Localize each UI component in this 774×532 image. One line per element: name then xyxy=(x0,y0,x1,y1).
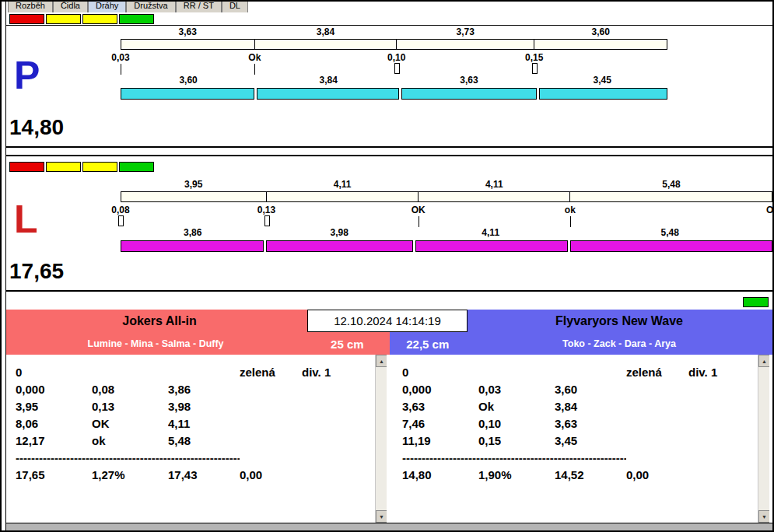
scroll-down-button[interactable]: ▼ xyxy=(376,510,387,523)
split-time-top: 3,84 xyxy=(254,27,396,37)
results-cell: 3,45 xyxy=(555,432,626,450)
results-cell: 0,00 xyxy=(240,467,302,484)
exchange-tick-icon xyxy=(254,64,255,75)
results-row: 8,06OK4,11 xyxy=(16,415,371,432)
results-cell: 17,65 xyxy=(16,467,92,484)
scroll-up-button[interactable]: ▲ xyxy=(758,355,769,367)
track-total: 14,80 xyxy=(9,115,64,140)
split-bar-segment xyxy=(534,40,667,49)
results-cell: 0,13 xyxy=(92,398,168,415)
tab-dr-hy[interactable]: Dráhy xyxy=(88,2,126,12)
split-bar-segment xyxy=(121,40,255,49)
status-light xyxy=(9,162,44,172)
tab-rr-st[interactable]: RR / ST xyxy=(176,2,222,12)
results-cell xyxy=(688,415,754,432)
results-row: 0zelenádiv. 1 xyxy=(16,364,371,381)
status-light xyxy=(82,14,117,24)
exchange-marks: 0,080,13OKokOk xyxy=(121,202,772,228)
results-cell xyxy=(688,381,754,398)
results-row: 14,801,90%14,520,00 xyxy=(402,467,754,484)
exchange-time-label: Ok xyxy=(766,205,774,215)
status-light xyxy=(46,14,81,24)
scroll-down-button[interactable]: ▼ xyxy=(758,510,769,523)
exchange-marks: 0,03Ok0,100,15 xyxy=(121,50,667,75)
scroll-up-button[interactable]: ▲ xyxy=(376,355,387,367)
scroll-down-icon: ▼ xyxy=(762,514,767,520)
results-cell xyxy=(626,415,688,432)
results-cell: 8,06 xyxy=(16,415,92,432)
segment-bar-segment xyxy=(415,240,568,252)
exchange-tick-icon xyxy=(121,64,121,75)
results-cell: 1,90% xyxy=(478,467,555,484)
results-cell: OK xyxy=(92,415,168,432)
results-cell: 3,86 xyxy=(168,381,240,398)
results-cell: 0,000 xyxy=(16,381,92,398)
team-name: Jokers All-in xyxy=(6,314,313,328)
split-bar-segment xyxy=(419,192,570,201)
results-row: 7,460,103,63 xyxy=(402,415,754,432)
team-members: Lumine - Mina - Salma - Duffy xyxy=(6,338,305,349)
scroll-down-icon: ▼ xyxy=(379,514,384,520)
split-time-top: 3,73 xyxy=(397,27,534,37)
taskbar-strip xyxy=(6,523,772,530)
exchange-time-label: 0,03 xyxy=(111,52,129,63)
split-time-bottom: 3,45 xyxy=(538,75,667,86)
split-time-top: 4,11 xyxy=(419,180,570,190)
results-separator: ----------------------------------------… xyxy=(16,450,240,467)
results-cell: 0,00 xyxy=(626,467,688,484)
app-window: RozběhČidlaDráhyDružstvaRR / STDL P 14,8… xyxy=(0,0,774,532)
split-time-top: 3,60 xyxy=(534,27,667,37)
results-cell xyxy=(302,381,371,398)
tab-rozb-h[interactable]: Rozběh xyxy=(8,2,53,12)
results-cell xyxy=(688,432,754,450)
track-letter: L xyxy=(14,200,38,239)
segment-bar-segment xyxy=(257,88,399,100)
results-cell xyxy=(555,364,626,381)
exchange-time-label: 0,08 xyxy=(111,205,129,215)
exchange-time-label: ok xyxy=(565,205,576,215)
results-cell xyxy=(92,364,168,381)
results-cell xyxy=(240,381,302,398)
team-gauge: 22,5 cm xyxy=(390,338,467,351)
split-bar-segment xyxy=(255,40,397,49)
results-panel-right[interactable]: 0zelenádiv. 10,0000,033,603,63Ok3,847,46… xyxy=(393,355,769,523)
segment-bar xyxy=(121,88,667,100)
results-cell: 3,95 xyxy=(16,398,92,415)
results-panel-left[interactable]: 0zelenádiv. 10,0000,083,863,950,133,988,… xyxy=(6,355,387,523)
split-time-bottom: 3,84 xyxy=(256,75,401,86)
status-light xyxy=(46,162,81,172)
team-name: Flyvaryors New Wave xyxy=(466,314,772,328)
exchange-marker-box xyxy=(264,215,270,226)
timestamp: 12.10.2024 14:14:19 xyxy=(307,310,468,332)
scrollbar[interactable]: ▲ ▼ xyxy=(758,355,769,523)
split-bar xyxy=(121,39,667,50)
exchange-marker-box xyxy=(394,63,400,74)
status-indicator xyxy=(743,297,769,307)
results-cell xyxy=(626,432,688,450)
status-lights xyxy=(6,156,772,173)
track-graph: 3,954,114,115,48 0,080,13OKokOk 3,863,98… xyxy=(121,180,772,252)
split-time-top: 3,63 xyxy=(121,27,254,37)
results-cell: 1,27% xyxy=(92,467,168,484)
segment-bar-segment xyxy=(401,88,536,100)
tab-dru-stva[interactable]: Družstva xyxy=(126,2,175,12)
results-cell: 14,80 xyxy=(402,467,478,484)
results-cell: 0,000 xyxy=(402,381,478,398)
scrollbar[interactable]: ▲ ▼ xyxy=(375,355,387,523)
results-cell: 4,11 xyxy=(168,415,240,432)
results-cell xyxy=(626,398,688,415)
segment-bar xyxy=(121,240,772,252)
results-cell: 0,15 xyxy=(478,432,555,450)
tab--idla[interactable]: Čidla xyxy=(53,2,88,12)
results-cell xyxy=(478,364,555,381)
tab-dl[interactable]: DL xyxy=(222,2,248,12)
exchange-time-label: OK xyxy=(412,205,426,215)
segment-bar-segment xyxy=(539,88,667,100)
split-bar-segment xyxy=(397,40,534,49)
results-cell xyxy=(240,415,302,432)
exchange-time-label: 0,15 xyxy=(525,52,543,63)
results-cell: zelená xyxy=(626,364,688,381)
results-cell: 0,08 xyxy=(92,381,168,398)
results-cell: 11,19 xyxy=(402,432,478,450)
split-bottom-labels: 3,863,984,115,48 xyxy=(121,228,772,238)
